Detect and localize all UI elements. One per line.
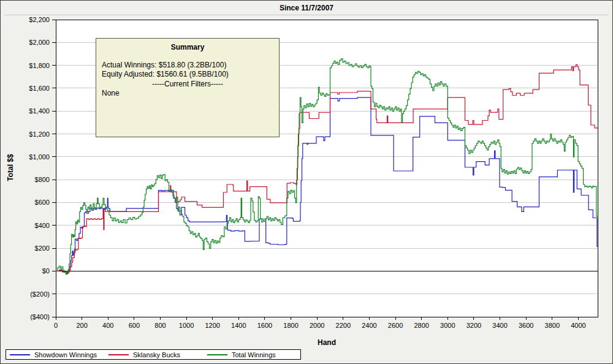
x-tick-label: 3400 bbox=[492, 322, 507, 329]
x-tick-label: 0 bbox=[54, 322, 58, 329]
legend-item-showdown-winnings: Showdown Winnings bbox=[6, 351, 105, 358]
y-tick-label: $1,200 bbox=[29, 131, 50, 138]
x-tick-label: 200 bbox=[76, 322, 87, 329]
y-tick-label: $1,600 bbox=[29, 85, 50, 92]
x-tick-label: 4000 bbox=[571, 322, 585, 329]
y-tick-label: $2,200 bbox=[29, 16, 50, 23]
y-tick-label: ($400) bbox=[30, 313, 50, 320]
summary-title: Summary bbox=[96, 43, 279, 53]
x-tick-label: 1000 bbox=[179, 322, 194, 329]
y-axis-title: Total $$ bbox=[6, 148, 15, 188]
legend-label: Sklansky Bucks bbox=[133, 351, 180, 358]
summary-box: Summary Actual Winnings: $518.80 (3.2BB/… bbox=[96, 38, 280, 137]
y-tick-label: $200 bbox=[35, 245, 50, 252]
x-tick-label: 2600 bbox=[388, 322, 403, 329]
legend-label: Showdown Winnings bbox=[34, 351, 97, 358]
legend-line-sample bbox=[10, 354, 30, 355]
y-tick-label: ($200) bbox=[30, 290, 50, 298]
x-tick-label: 1600 bbox=[257, 322, 272, 329]
legend: Showdown WinningsSklansky BucksTotal Win… bbox=[6, 349, 301, 360]
x-tick-label: 3600 bbox=[519, 322, 533, 329]
legend-line-sample bbox=[109, 354, 129, 355]
x-tick-label: 400 bbox=[102, 322, 113, 329]
y-tick-label: $1,000 bbox=[29, 153, 50, 161]
summary-filters-header: -----Current Filters----- bbox=[102, 80, 273, 89]
chart-title: Since 11/7/2007 bbox=[1, 4, 612, 12]
title-divider bbox=[4, 15, 609, 16]
x-tick-label: 3000 bbox=[440, 322, 455, 329]
y-tick-label: $800 bbox=[35, 176, 50, 183]
chart-window: $2,200$2,000$1,800$1,600$1,400$1,200$1,0… bbox=[0, 0, 613, 364]
summary-equity-adjusted: Equity Adjusted: $1560.61 (9.5BB/100) bbox=[102, 70, 273, 80]
y-tick-label: $2,000 bbox=[29, 39, 50, 46]
x-axis-title: Hand bbox=[56, 338, 598, 347]
y-tick-label: $1,400 bbox=[29, 107, 50, 115]
x-tick-label: 2400 bbox=[362, 322, 376, 329]
x-tick-label: 600 bbox=[129, 322, 140, 329]
legend-label: Total Winnings bbox=[232, 351, 276, 358]
y-tick-label: $0 bbox=[42, 267, 50, 275]
summary-actual-winnings: Actual Winnings: $518.80 (3.2BB/100) bbox=[102, 61, 273, 70]
x-tick-label: 1800 bbox=[283, 322, 298, 329]
x-tick-label: 3800 bbox=[545, 322, 560, 329]
legend-item-sklansky-bucks: Sklansky Bucks bbox=[105, 351, 204, 358]
x-tick-label: 2000 bbox=[310, 322, 324, 329]
x-tick-label: 800 bbox=[154, 322, 166, 329]
x-tick-label: 1400 bbox=[231, 322, 246, 329]
x-tick-label: 1200 bbox=[205, 322, 219, 329]
x-tick-label: 2800 bbox=[414, 322, 428, 329]
y-tick-label: $400 bbox=[35, 222, 50, 229]
legend-line-sample bbox=[207, 354, 227, 355]
x-tick-label: 3200 bbox=[466, 322, 481, 329]
y-tick-label: $1,800 bbox=[29, 62, 50, 69]
x-tick-label: 2200 bbox=[336, 322, 351, 329]
y-tick-label: $600 bbox=[35, 199, 50, 206]
legend-item-total-winnings: Total Winnings bbox=[204, 351, 302, 358]
summary-filters-value: None bbox=[102, 89, 273, 99]
winnings-chart: $2,200$2,000$1,800$1,600$1,400$1,200$1,0… bbox=[1, 1, 613, 364]
